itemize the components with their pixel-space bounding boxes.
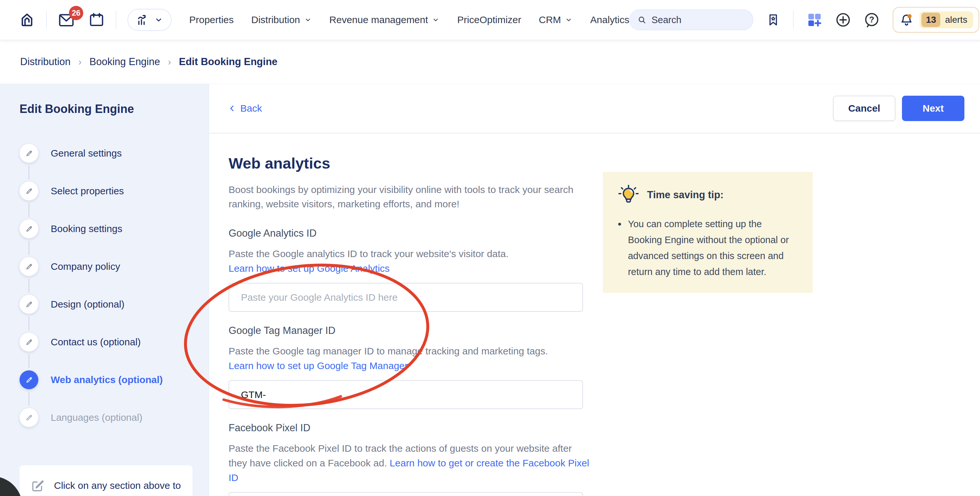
chevron-down-icon xyxy=(565,16,573,24)
back-label: Back xyxy=(240,103,262,114)
mail-unread-badge: 26 xyxy=(69,6,83,20)
tip-bullet-item: • You can complete setting up the Bookin… xyxy=(618,216,799,280)
app-body: Edit Booking Engine General settings Sel… xyxy=(0,84,980,496)
toolbar-buttons: Cancel Next xyxy=(833,96,964,121)
breadcrumb-booking-engine[interactable]: Booking Engine xyxy=(89,56,160,68)
global-search[interactable] xyxy=(629,10,753,30)
primary-nav-links: Properties Distribution Revenue manageme… xyxy=(189,14,629,26)
tip-text: You can complete setting up the Booking … xyxy=(628,216,798,280)
divider xyxy=(116,11,116,29)
chart-icon xyxy=(136,13,150,27)
sidebar-step-languages[interactable]: Languages (optional) xyxy=(19,408,196,427)
breadcrumb-separator: › xyxy=(78,56,82,67)
home-icon[interactable] xyxy=(19,11,35,29)
top-navigation-bar: 26 Properties Distribution Revenue manag… xyxy=(0,0,980,40)
wizard-toolbar: Back Cancel Next xyxy=(209,84,980,134)
sidebar-step-select-properties[interactable]: Select properties xyxy=(19,182,196,201)
bell-icon xyxy=(899,13,914,27)
apps-grid-icon[interactable] xyxy=(807,12,822,28)
sidebar-title: Edit Booking Engine xyxy=(19,102,196,116)
sidebar-step-web-analytics[interactable]: Web analytics (optional) xyxy=(19,370,196,389)
google-analytics-description: Paste the Google analytics ID to track y… xyxy=(229,246,591,276)
divider xyxy=(46,11,47,29)
nav-label: PriceOptimizer xyxy=(457,14,521,26)
lightbulb-icon xyxy=(618,184,639,206)
main-panel: Back Cancel Next Web analytics Boost boo… xyxy=(209,84,980,496)
facebook-pixel-label: Facebook Pixel ID xyxy=(229,422,599,434)
pencil-icon xyxy=(25,300,33,309)
nav-right-cluster: ? 13 alerts AM xyxy=(629,7,980,33)
facebook-pixel-input[interactable] xyxy=(229,492,583,496)
breadcrumb-distribution[interactable]: Distribution xyxy=(20,56,70,68)
step-circle xyxy=(19,408,38,427)
step-label: Languages (optional) xyxy=(51,412,142,423)
alerts-button[interactable]: 13 alerts xyxy=(892,7,979,33)
alerts-count-badge: 13 xyxy=(921,13,940,27)
nav-label: CRM xyxy=(539,14,561,26)
breadcrumb-current-page: Edit Booking Engine xyxy=(179,56,277,68)
tip-title: Time saving tip: xyxy=(647,189,724,201)
help-icon[interactable]: ? xyxy=(864,12,880,28)
nav-item-properties[interactable]: Properties xyxy=(189,14,234,26)
sidebar-step-booking-settings[interactable]: Booking settings xyxy=(19,219,196,238)
sidebar-note-text: Click on any section above to quickly na… xyxy=(54,477,183,496)
back-link[interactable]: Back xyxy=(228,103,262,114)
sidebar-step-company-policy[interactable]: Company policy xyxy=(19,257,196,276)
breadcrumb-separator: › xyxy=(168,56,171,67)
calendar-icon[interactable] xyxy=(88,12,105,28)
search-input[interactable] xyxy=(652,14,750,26)
pencil-icon xyxy=(25,262,33,271)
bookmark-icon[interactable] xyxy=(766,12,780,28)
nav-item-priceoptimizer[interactable]: PriceOptimizer xyxy=(457,14,521,26)
pencil-icon xyxy=(25,376,33,384)
nav-label: Analytics xyxy=(590,14,629,26)
google-tag-manager-learn-link[interactable]: Learn how to set up Google Tag Manager xyxy=(229,360,408,371)
nav-label: Revenue management xyxy=(329,14,428,26)
sidebar-step-general-settings[interactable]: General settings xyxy=(19,144,196,163)
time-saving-tip-box: Time saving tip: • You can complete sett… xyxy=(603,172,813,293)
sidebar-step-design[interactable]: Design (optional) xyxy=(19,295,196,314)
google-analytics-label: Google Analytics ID xyxy=(229,228,599,239)
nav-item-distribution[interactable]: Distribution xyxy=(251,14,312,26)
nav-item-revenue-management[interactable]: Revenue management xyxy=(329,14,440,26)
google-tag-manager-description: Paste the Google tag manager ID to manag… xyxy=(229,344,591,373)
google-tag-manager-input[interactable] xyxy=(229,380,583,409)
page-intro: Boost bookings by optimizing your visibi… xyxy=(229,183,591,211)
chevron-down-icon xyxy=(304,16,312,24)
mail-icon[interactable]: 26 xyxy=(58,12,75,27)
sidebar-navigation-note: Click on any section above to quickly na… xyxy=(19,466,192,496)
step-circle xyxy=(19,144,38,163)
breadcrumb: Distribution › Booking Engine › Edit Boo… xyxy=(0,40,980,84)
chevron-down-icon xyxy=(154,15,163,24)
google-analytics-learn-link[interactable]: Learn how to set up Google Analytics xyxy=(229,263,390,274)
step-label: Company policy xyxy=(51,261,120,272)
step-circle xyxy=(19,182,38,201)
divider xyxy=(793,11,794,29)
web-analytics-form: Web analytics Boost bookings by optimizi… xyxy=(209,134,599,496)
next-button[interactable]: Next xyxy=(902,96,964,121)
cancel-button[interactable]: Cancel xyxy=(833,96,896,121)
edit-note-icon xyxy=(30,478,45,493)
wizard-sidebar: Edit Booking Engine General settings Sel… xyxy=(0,84,209,496)
add-icon[interactable] xyxy=(835,12,851,28)
alerts-label: alerts xyxy=(945,14,967,25)
pencil-icon xyxy=(25,413,33,422)
step-circle xyxy=(19,295,38,314)
nav-item-analytics[interactable]: Analytics xyxy=(590,14,629,26)
bullet-glyph: • xyxy=(618,216,621,280)
step-circle xyxy=(19,333,38,351)
chevron-left-icon xyxy=(228,104,236,113)
nav-label: Properties xyxy=(189,14,234,26)
nav-item-crm[interactable]: CRM xyxy=(539,14,573,26)
alert-dot xyxy=(907,14,912,18)
google-analytics-input[interactable] xyxy=(229,283,583,312)
pencil-icon xyxy=(25,338,33,347)
pencil-icon xyxy=(25,187,33,196)
google-analytics-field: Google Analytics ID Paste the Google ana… xyxy=(229,228,599,312)
chevron-down-icon xyxy=(432,16,440,24)
sidebar-step-contact-us[interactable]: Contact us (optional) xyxy=(19,333,196,351)
property-selector-pill[interactable] xyxy=(127,9,172,31)
step-label: Contact us (optional) xyxy=(51,337,141,348)
description-text: Paste the Google analytics ID to track y… xyxy=(229,248,509,259)
svg-text:?: ? xyxy=(869,14,874,24)
